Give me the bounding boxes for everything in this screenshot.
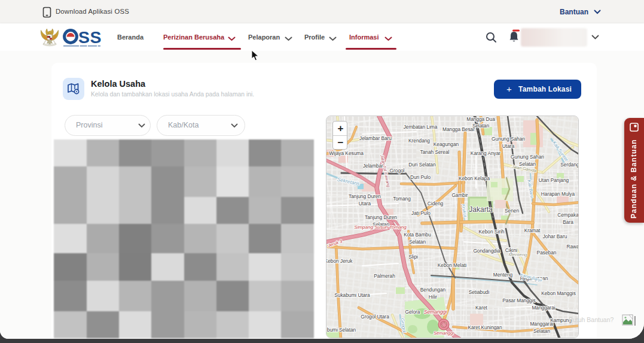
svg-text:Grogol Utara: Grogol Utara: [361, 314, 389, 320]
svg-text:Jembatan Lima: Jembatan Lima: [404, 124, 438, 130]
svg-text:Gondangdia: Gondangdia: [473, 248, 500, 254]
svg-text:Hilir: Hilir: [429, 294, 438, 300]
svg-text:Setiabudi: Setiabudi: [469, 289, 490, 295]
svg-text:Kebon Melati: Kebon Melati: [438, 262, 467, 268]
svg-text:Mangga Dua: Mangga Dua: [466, 116, 495, 122]
svg-text:Kebon Sirih: Kebon Sirih: [479, 229, 505, 235]
svg-text:Cempaka: Cempaka: [557, 212, 579, 218]
svg-text:Gunung Sahari: Gunung Sahari: [492, 136, 525, 142]
svg-text:SS: SS: [78, 29, 101, 47]
svg-text:Utara: Utara: [359, 201, 371, 207]
svg-text:Karang Anyar: Karang Anyar: [471, 150, 501, 156]
svg-text:Keagungan: Keagungan: [434, 141, 459, 147]
svg-text:Kota Bambu: Kota Bambu: [404, 232, 431, 238]
svg-text:Palmerah: Palmerah: [374, 273, 395, 279]
svg-text:Gambir: Gambir: [451, 192, 468, 198]
svg-text:Johar Baru: Johar Baru: [543, 233, 567, 239]
svg-text:Semanggi: Semanggi: [434, 330, 454, 336]
svg-text:Gelora: Gelora: [405, 309, 420, 315]
svg-text:Duri Selatan: Duri Selatan: [408, 162, 436, 168]
svg-text:Kebon Jeruk: Kebon Jeruk: [326, 258, 353, 264]
svg-text:Serdang: Serdang: [560, 162, 579, 168]
svg-text:Karet Kuningan: Karet Kuningan: [468, 324, 502, 330]
svg-text:bumi Selatan: bumi Selatan: [327, 327, 356, 333]
svg-text:Slipi: Slipi: [408, 254, 418, 260]
svg-text:Karet: Karet: [475, 305, 488, 311]
svg-text:Senen: Senen: [505, 208, 519, 214]
svg-text:Simpang Susun Tomang: Simpang Susun Tomang: [354, 224, 407, 230]
svg-text:Manggarai: Manggarai: [532, 305, 555, 311]
svg-text:Rawa: Rawa: [566, 244, 579, 250]
svg-text:Duri Pulo: Duri Pulo: [410, 174, 431, 180]
svg-text:Selatan: Selatan: [472, 123, 490, 129]
svg-text:Krendang: Krendang: [408, 138, 430, 144]
svg-text:Bara: Bara: [563, 219, 573, 225]
svg-text:Jelambar Baru: Jelambar Baru: [359, 135, 392, 141]
svg-text:Tomang: Tomang: [393, 196, 411, 202]
svg-text:Kramat: Kramat: [524, 227, 541, 233]
svg-text:Tanah Sereal: Tanah Sereal: [420, 149, 450, 155]
svg-text:Jelambar: Jelambar: [363, 163, 383, 169]
svg-text:Harapan Mulya: Harapan Mulya: [541, 191, 575, 197]
svg-text:Semanggi: Semanggi: [424, 309, 447, 315]
svg-text:Pasar Manggis: Pasar Manggis: [502, 298, 535, 303]
svg-text:Selatan: Selatan: [533, 328, 551, 334]
svg-text:Mangga Besar: Mangga Besar: [442, 126, 475, 132]
svg-text:Jakarta: Jakarta: [469, 205, 493, 214]
svg-text:Gunung Sahari: Gunung Sahari: [511, 154, 544, 160]
svg-text:Tanjung Duren: Tanjung Duren: [349, 193, 381, 199]
svg-text:Cideng: Cideng: [428, 201, 444, 207]
svg-text:Utara: Utara: [502, 143, 515, 149]
svg-text:Grogol: Grogol: [390, 168, 405, 174]
svg-text:Menteng: Menteng: [493, 272, 513, 278]
svg-text:Kebon Manggis: Kebon Manggis: [541, 290, 576, 296]
svg-text:Utan Panjang: Utan Panjang: [539, 177, 569, 183]
svg-text:Wijaya Kesuma: Wijaya Kesuma: [329, 150, 364, 156]
svg-text:Tanjung Duren: Tanjung Duren: [365, 214, 397, 220]
svg-text:Selatan: Selatan: [409, 239, 426, 245]
svg-text:Paseban: Paseban: [537, 250, 557, 256]
svg-text:Jati Pulo: Jati Pulo: [411, 210, 431, 216]
svg-text:Sukabumi Utara: Sukabumi Utara: [334, 292, 370, 298]
svg-text:Bendungan: Bendungan: [420, 287, 446, 293]
svg-text:Menteng: Menteng: [508, 252, 527, 257]
svg-text:Kebon Kelapa: Kebon Kelapa: [459, 175, 490, 181]
